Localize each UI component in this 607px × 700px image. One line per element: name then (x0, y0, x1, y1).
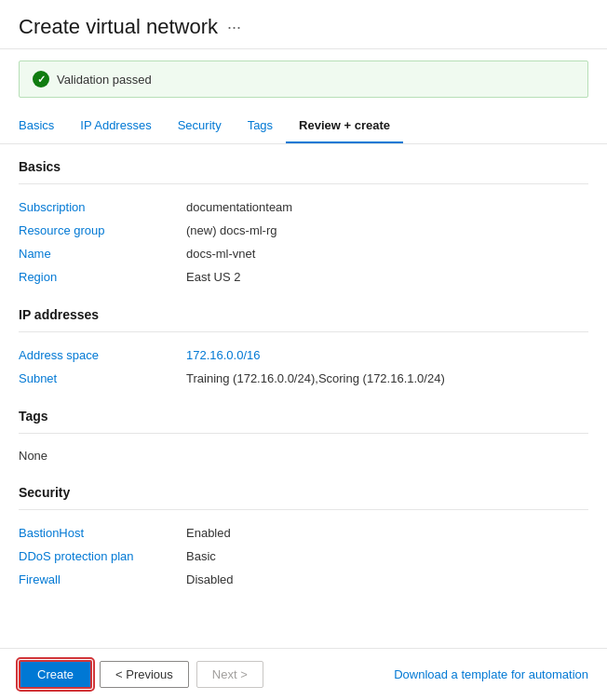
ip-divider (19, 331, 588, 332)
tags-divider (19, 433, 588, 434)
section-security: Security BastionHost Enabled DDoS protec… (19, 485, 588, 591)
label-ddos: DDoS protection plan (19, 549, 186, 563)
label-region: Region (19, 270, 186, 284)
page-header: Create virtual network ··· (0, 0, 607, 49)
next-button[interactable]: Next > (196, 661, 263, 688)
value-region: East US 2 (186, 270, 241, 284)
basics-divider (19, 183, 588, 184)
field-name: Name docs-ml-vnet (19, 242, 588, 265)
label-firewall: Firewall (19, 572, 186, 586)
tab-security[interactable]: Security (165, 109, 235, 143)
field-firewall: Firewall Disabled (19, 568, 588, 591)
field-region: Region East US 2 (19, 265, 588, 289)
value-bastion-host: Enabled (186, 526, 231, 540)
label-subscription: Subscription (19, 200, 186, 214)
footer: Create < Previous Next > Download a temp… (0, 648, 607, 700)
tags-value: None (19, 445, 588, 466)
value-ddos: Basic (186, 549, 216, 563)
download-template-link[interactable]: Download a template for automation (394, 667, 588, 681)
value-subnet: Training (172.16.0.0/24),Scoring (172.16… (186, 371, 445, 385)
label-bastion-host: BastionHost (19, 526, 186, 540)
field-address-space: Address space 172.16.0.0/16 (19, 343, 588, 367)
previous-button[interactable]: < Previous (100, 661, 189, 688)
create-button[interactable]: Create (19, 660, 92, 689)
page-title: Create virtual network (19, 15, 218, 39)
value-resource-group: (new) docs-ml-rg (186, 223, 277, 237)
validation-text: Validation passed (57, 73, 152, 87)
section-basics-title: Basics (19, 159, 588, 174)
value-name: docs-ml-vnet (186, 247, 255, 261)
value-firewall: Disabled (186, 572, 234, 586)
section-basics: Basics Subscription documentationteam Re… (19, 159, 588, 289)
section-tags-title: Tags (19, 409, 588, 424)
label-subnet: Subnet (19, 371, 186, 385)
section-ip-addresses: IP addresses Address space 172.16.0.0/16… (19, 307, 588, 390)
field-ddos: DDoS protection plan Basic (19, 545, 588, 568)
validation-check-icon (33, 71, 49, 88)
tab-bar: Basics IP Addresses Security Tags Review… (0, 109, 607, 144)
main-content: Basics Subscription documentationteam Re… (0, 144, 607, 680)
tab-tags[interactable]: Tags (235, 109, 286, 143)
field-subnet: Subnet Training (172.16.0.0/24),Scoring … (19, 367, 588, 390)
field-subscription: Subscription documentationteam (19, 195, 588, 219)
validation-banner: Validation passed (19, 61, 588, 98)
label-address-space: Address space (19, 348, 186, 362)
security-divider (19, 509, 588, 510)
tab-basics[interactable]: Basics (19, 109, 67, 143)
section-tags: Tags None (19, 409, 588, 466)
field-resource-group: Resource group (new) docs-ml-rg (19, 219, 588, 242)
value-address-space: 172.16.0.0/16 (186, 348, 261, 362)
more-options-icon[interactable]: ··· (227, 18, 241, 37)
tab-review-create[interactable]: Review + create (286, 109, 403, 143)
field-bastion-host: BastionHost Enabled (19, 521, 588, 545)
label-resource-group: Resource group (19, 223, 186, 237)
section-ip-title: IP addresses (19, 307, 588, 322)
value-subscription: documentationteam (186, 200, 292, 214)
label-name: Name (19, 247, 186, 261)
tab-ip-addresses[interactable]: IP Addresses (67, 109, 164, 143)
section-security-title: Security (19, 485, 588, 500)
